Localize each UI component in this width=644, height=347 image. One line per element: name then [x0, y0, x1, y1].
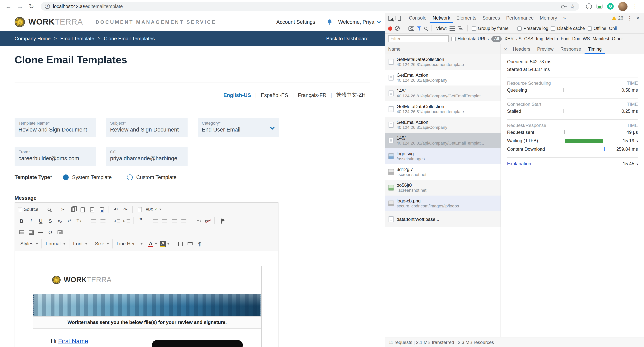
- disable-cache-checkbox[interactable]: Disable cache: [551, 26, 585, 31]
- horizontal-rule-button[interactable]: [36, 228, 45, 237]
- name-column-header[interactable]: Name: [385, 44, 500, 54]
- align-right-button[interactable]: [170, 216, 179, 226]
- underline-button[interactable]: U: [36, 216, 45, 226]
- placeholder-button[interactable]: [186, 239, 195, 248]
- bell-icon[interactable]: [326, 18, 333, 25]
- overview-icon[interactable]: [458, 26, 463, 30]
- warning-counter[interactable]: 26: [612, 15, 623, 21]
- anchor-button[interactable]: [217, 216, 226, 226]
- network-request-row[interactable]: logo.svg/assets/images: [385, 148, 500, 164]
- filter-type-media[interactable]: Media: [546, 36, 558, 41]
- preserve-log-checkbox[interactable]: Preserve log: [518, 26, 548, 31]
- ordered-list-button[interactable]: [88, 216, 98, 226]
- first-name-link[interactable]: First Name: [58, 338, 88, 344]
- network-request-row[interactable]: oo56jt0i.screenshot.net: [385, 180, 500, 196]
- special-char-button[interactable]: Ω: [46, 228, 55, 237]
- address-bar[interactable]: i localhost:4200/editemailtemplate ☆: [41, 2, 579, 11]
- network-request-row[interactable]: logo-cb.pngsecure.icbdr.com/images/jp/lo…: [385, 196, 500, 211]
- font-dropdown[interactable]: Font: [70, 239, 91, 248]
- filter-input[interactable]: [388, 35, 449, 42]
- system-template-radio[interactable]: [63, 174, 69, 180]
- align-left-button[interactable]: [150, 216, 160, 226]
- custom-template-radio[interactable]: [127, 174, 133, 180]
- detail-tab-response[interactable]: Response: [557, 44, 584, 54]
- browser-menu-icon[interactable]: ⋮: [632, 3, 638, 10]
- embed-button[interactable]: [17, 228, 26, 237]
- paste-button[interactable]: [78, 205, 87, 214]
- explanation-link[interactable]: Explanation: [507, 161, 531, 166]
- blockquote-button[interactable]: ”: [136, 216, 145, 226]
- subject-value[interactable]: Review and Sign Document: [110, 126, 184, 133]
- filter-type-manifest[interactable]: Manifest: [592, 36, 609, 41]
- grammarly-icon[interactable]: G: [607, 3, 614, 10]
- indent-button[interactable]: ▸: [122, 216, 131, 226]
- copy-button[interactable]: [68, 205, 78, 214]
- network-request-row[interactable]: 3d12gi7i.screenshot.net: [385, 164, 500, 180]
- editor-canvas[interactable]: WORKTERRA Workterrahas sent you the belo…: [15, 251, 278, 347]
- hide-data-urls-checkbox[interactable]: Hide data URLs: [452, 36, 489, 41]
- align-center-button[interactable]: [160, 216, 169, 226]
- bookmark-star-icon[interactable]: ☆: [570, 3, 575, 10]
- background-color-button[interactable]: A: [159, 239, 171, 248]
- breadcrumb-email-template[interactable]: Email Template: [60, 36, 94, 41]
- offline-checkbox[interactable]: Offline: [588, 26, 606, 31]
- network-request-row[interactable]: GetEmailAction40.124.26.81/api/Company: [385, 117, 500, 133]
- reload-icon[interactable]: ↻: [27, 2, 36, 11]
- select-all-button[interactable]: [135, 205, 144, 214]
- undo-button[interactable]: ↶: [111, 205, 120, 214]
- account-settings-link[interactable]: Account Settings: [276, 19, 315, 25]
- throttling-dropdown[interactable]: Onli: [609, 26, 617, 31]
- strikethrough-button[interactable]: S: [46, 216, 55, 226]
- network-request-row[interactable]: data:font/woff;base...: [385, 211, 500, 227]
- custom-template-label[interactable]: Custom Template: [136, 174, 177, 180]
- tab-memory[interactable]: Memory: [537, 13, 560, 23]
- tab-sources[interactable]: Sources: [480, 13, 503, 23]
- template-name-value[interactable]: Review and Sign Document: [18, 126, 92, 133]
- banner-image[interactable]: [33, 294, 261, 316]
- subject-field[interactable]: Subject* Review and Sign Document: [106, 118, 188, 137]
- key-icon[interactable]: [561, 4, 567, 9]
- forward-icon[interactable]: →: [15, 2, 24, 11]
- welcome-menu[interactable]: Welcome, Priya: [338, 19, 381, 25]
- line-height-dropdown[interactable]: Line Hei...: [113, 239, 146, 248]
- filter-type-other[interactable]: Other: [612, 36, 623, 41]
- format-dropdown[interactable]: Format: [42, 239, 69, 248]
- detail-tab-preview[interactable]: Preview: [534, 44, 557, 54]
- filter-type-js[interactable]: JS: [516, 36, 522, 41]
- inspect-element-icon[interactable]: [388, 16, 393, 20]
- link-button[interactable]: [193, 216, 202, 226]
- search-icon[interactable]: [424, 27, 427, 30]
- list-view-icon[interactable]: [450, 26, 455, 30]
- bold-button[interactable]: B: [17, 216, 26, 226]
- language-spanish[interactable]: Español-ES: [261, 92, 288, 98]
- styles-dropdown[interactable]: Styles: [17, 239, 42, 248]
- chevron-down-icon[interactable]: [270, 126, 275, 130]
- paste-text-button[interactable]: [88, 205, 97, 214]
- language-english[interactable]: English-US: [224, 92, 251, 98]
- italic-button[interactable]: I: [26, 216, 36, 226]
- detail-tab-timing[interactable]: Timing: [584, 44, 605, 54]
- cc-field[interactable]: CC priya.dhamande@harbinge: [106, 147, 188, 166]
- back-icon[interactable]: ←: [4, 2, 13, 11]
- spellcheck-button[interactable]: ABC✓: [144, 205, 163, 214]
- network-request-row[interactable]: 145/40.124.26.81/api/Company/GetEmailTem…: [385, 86, 500, 101]
- record-icon[interactable]: [388, 26, 392, 30]
- extension-icon[interactable]: i: [586, 4, 592, 9]
- detail-tab-headers[interactable]: Headers: [509, 44, 534, 54]
- text-color-button[interactable]: A: [147, 239, 158, 248]
- size-dropdown[interactable]: Size: [92, 239, 113, 248]
- network-request-row[interactable]: GetEmailAction40.124.26.81/api/Company: [385, 70, 500, 86]
- back-to-dashboard-link[interactable]: Back to Dashboard: [326, 36, 368, 41]
- network-request-row[interactable]: GetMetaDataCollection40.124.26.81/api/do…: [385, 54, 500, 70]
- justify-button[interactable]: [179, 216, 188, 226]
- filter-type-xhr[interactable]: XHR: [504, 36, 514, 41]
- more-tabs-icon[interactable]: »: [560, 13, 569, 23]
- filter-type-doc[interactable]: Doc: [572, 36, 580, 41]
- extension-icon-2[interactable]: [596, 4, 602, 9]
- group-by-frame-checkbox[interactable]: Group by frame: [472, 26, 508, 31]
- show-blocks-button[interactable]: ¶: [195, 239, 204, 248]
- maximize-button[interactable]: [176, 239, 185, 248]
- filter-type-css[interactable]: CSS: [524, 36, 533, 41]
- system-template-label[interactable]: System Template: [72, 174, 112, 180]
- from-value[interactable]: careerbuilder@dms.com: [18, 155, 92, 162]
